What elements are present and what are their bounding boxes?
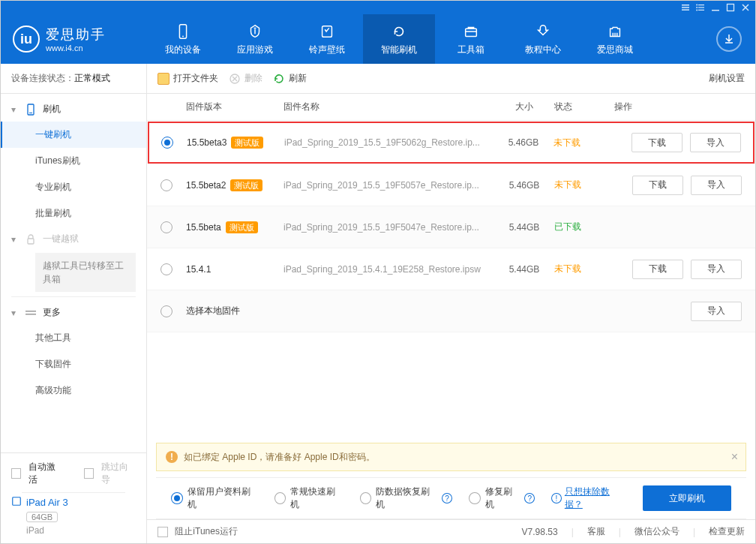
import-button[interactable]: 导入 <box>690 133 741 152</box>
col-size: 大小 <box>494 101 554 113</box>
radio[interactable] <box>160 263 172 275</box>
connection-label: 设备连接状态： <box>11 72 74 85</box>
firmware-row[interactable]: 15.5beta2测试版iPad_Spring_2019_15.5_19F505… <box>147 164 755 206</box>
firmware-status: 已下载 <box>554 221 614 233</box>
import-button[interactable]: 导入 <box>691 260 742 279</box>
sidebar-item[interactable]: 其他工具 <box>1 325 146 351</box>
sidebar-item[interactable]: 下载固件 <box>1 351 146 377</box>
svg-rect-18 <box>26 311 36 312</box>
nav-5[interactable]: 教程中心 <box>507 14 579 64</box>
radio[interactable] <box>274 492 286 504</box>
nav-label: 铃声壁纸 <box>309 44 345 56</box>
nav-2[interactable]: 铃声壁纸 <box>291 14 363 64</box>
logo-name: 爱思助手 <box>46 26 106 44</box>
sidebar-item[interactable]: 高级功能 <box>1 377 146 404</box>
firmware-size: 5.44GB <box>494 222 554 233</box>
sidebar-item[interactable]: 批量刷机 <box>1 200 146 227</box>
svg-rect-9 <box>712 10 719 11</box>
download-button[interactable]: 下载 <box>632 133 682 152</box>
close-notice-icon[interactable]: × <box>731 450 738 464</box>
col-name: 固件名称 <box>284 101 494 113</box>
nav-6[interactable]: 爱思商城 <box>579 14 651 64</box>
nav-0[interactable]: 我的设备 <box>147 14 219 64</box>
nav-3[interactable]: 智能刷机 <box>363 14 435 64</box>
radio[interactable] <box>160 305 172 317</box>
svg-rect-2 <box>682 9 689 11</box>
app-version: V7.98.53 <box>522 527 558 537</box>
logo-icon: iu <box>13 26 40 53</box>
nav-icon <box>534 23 552 41</box>
sidebar-group-flash[interactable]: ▾ 刷机 <box>1 97 146 122</box>
flash-settings-button[interactable]: 刷机设置 <box>705 72 745 85</box>
menu-icon[interactable] <box>680 2 691 13</box>
radio[interactable] <box>171 492 183 504</box>
notice-text: 如已绑定 Apple ID，请准备好 Apple ID和密码。 <box>184 451 375 464</box>
sidebar-item[interactable]: 一键刷机 <box>1 122 146 148</box>
flash-option[interactable]: 防数据恢复刷机? <box>360 485 452 511</box>
nav-icon <box>174 23 192 41</box>
nav-1[interactable]: 应用游戏 <box>219 14 291 64</box>
firmware-name: iPad_Spring_2019_15.5_19F5047e_Restore.i… <box>284 222 494 233</box>
help-icon[interactable]: ? <box>524 493 535 503</box>
maximize-icon[interactable] <box>725 2 736 13</box>
download-manager-icon[interactable] <box>716 26 742 52</box>
firmware-size: 5.46GB <box>494 180 554 191</box>
download-button[interactable]: 下载 <box>632 260 683 279</box>
help-icon[interactable]: ? <box>442 493 452 503</box>
flash-option-label: 修复刷机 <box>485 485 520 511</box>
status-service[interactable]: 客服 <box>587 525 605 538</box>
svg-point-12 <box>182 35 184 37</box>
checkbox-block-itunes[interactable] <box>158 527 168 537</box>
radio[interactable] <box>469 492 481 504</box>
sidebar-group-more[interactable]: ▾ 更多 <box>1 300 146 325</box>
import-button[interactable]: 导入 <box>691 176 742 195</box>
content-area: 打开文件夹 删除 刷新 刷机设置 固件版本 固件名 <box>147 64 755 543</box>
list-icon[interactable] <box>695 2 706 13</box>
status-wechat[interactable]: 微信公众号 <box>634 525 680 538</box>
delete-icon <box>229 73 241 85</box>
flash-option[interactable]: 保留用户资料刷机 <box>171 485 258 511</box>
block-itunes-option[interactable]: 阻止iTunes运行 <box>158 525 238 538</box>
version: 15.4.1 <box>186 264 211 275</box>
download-button[interactable]: 下载 <box>632 176 683 195</box>
flash-icon <box>25 104 37 116</box>
flash-option[interactable]: 常规快速刷机 <box>274 485 344 511</box>
sidebar-group-flash-label: 刷机 <box>43 103 61 116</box>
close-icon[interactable] <box>740 2 751 13</box>
device-name[interactable]: iPad Air 3 <box>26 497 68 508</box>
nav-4[interactable]: 工具箱 <box>435 14 507 64</box>
erase-data-link[interactable]: ! 只想抹除数据？ <box>551 485 626 511</box>
flash-now-button[interactable]: 立即刷机 <box>643 485 731 511</box>
sidebar-item[interactable]: iTunes刷机 <box>1 148 146 174</box>
open-folder-button[interactable]: 打开文件夹 <box>158 72 218 85</box>
radio[interactable] <box>161 137 173 149</box>
firmware-size: 5.44GB <box>494 264 554 275</box>
nav-icon <box>606 23 624 41</box>
checkbox-skip-guide[interactable] <box>84 468 94 479</box>
version: 15.5beta <box>186 222 221 233</box>
open-folder-label: 打开文件夹 <box>173 72 218 85</box>
radio[interactable] <box>160 179 172 191</box>
nav-label: 工具箱 <box>458 44 484 56</box>
firmware-row[interactable]: 选择本地固件导入 <box>147 290 755 332</box>
sidebar-item[interactable]: 专业刷机 <box>1 174 146 200</box>
sidebar-bottom: 自动激活 跳过向导 iPad Air 3 64GB iPad <box>1 452 146 543</box>
refresh-button[interactable]: 刷新 <box>273 72 307 85</box>
firmware-row[interactable]: 15.5beta3测试版iPad_Spring_2019_15.5_19F506… <box>148 122 754 164</box>
checkbox-auto-activate[interactable] <box>11 468 21 479</box>
nav-label: 智能刷机 <box>381 44 417 56</box>
block-itunes-label: 阻止iTunes运行 <box>175 526 238 536</box>
firmware-status: 未下载 <box>554 263 614 275</box>
firmware-row[interactable]: 15.4.1iPad_Spring_2019_15.4.1_19E258_Res… <box>147 248 755 290</box>
firmware-row[interactable]: 15.5beta测试版iPad_Spring_2019_15.5_19F5047… <box>147 206 755 248</box>
import-button[interactable]: 导入 <box>691 302 742 321</box>
status-update[interactable]: 检查更新 <box>709 525 745 538</box>
flash-settings-label: 刷机设置 <box>709 72 745 85</box>
minimize-icon[interactable] <box>710 2 721 13</box>
radio[interactable] <box>360 492 372 504</box>
radio[interactable] <box>160 221 172 233</box>
flash-options-bar: 保留用户资料刷机常规快速刷机防数据恢复刷机?修复刷机? ! 只想抹除数据？ 立即… <box>156 477 746 519</box>
flash-option[interactable]: 修复刷机? <box>469 485 535 511</box>
sidebar-group-jailbreak: ▾ 一键越狱 <box>1 227 146 251</box>
window-titlebar <box>1 1 755 14</box>
